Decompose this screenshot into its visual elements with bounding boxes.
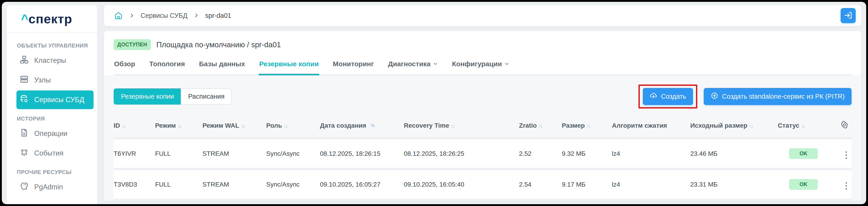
sort-icon: ↑↓ xyxy=(241,123,244,128)
column-header-wal-mode[interactable]: Режим WAL↑↓ xyxy=(203,117,266,137)
plus-circle-icon xyxy=(711,92,718,101)
tab-backups[interactable]: Резервные копии xyxy=(259,59,319,76)
login-button[interactable] xyxy=(841,8,856,23)
pgadmin-elephant-icon xyxy=(20,182,29,193)
logo-caret-icon: ^ xyxy=(21,11,29,26)
breadcrumb: Сервисы СУБД spr-da01 xyxy=(114,11,841,20)
tab-label: Диагностика xyxy=(388,60,431,68)
column-header-original-size[interactable]: Исходный размер↑↓ xyxy=(690,117,778,137)
sidebar-item-db-services[interactable]: Сервисы СУБД xyxy=(17,90,94,109)
sidebar-item-nodes[interactable]: Узлы xyxy=(17,71,94,90)
server-nodes-icon xyxy=(20,75,29,86)
logo-text: спектр xyxy=(29,11,72,26)
sort-icon: ↑↓ xyxy=(749,123,752,128)
chevron-right-icon xyxy=(129,12,135,19)
sidebar-item-label: Операции xyxy=(34,129,67,138)
column-header-size[interactable]: Размер↑↓ xyxy=(562,117,612,137)
cluster-icon xyxy=(20,55,29,66)
sidebar-item-operations[interactable]: Операции xyxy=(17,124,94,143)
cell-role: Sync/Async xyxy=(266,199,320,201)
breadcrumb-item-db-services[interactable]: Сервисы СУБД xyxy=(141,12,187,20)
cell-id: T3V8D3 xyxy=(114,168,155,199)
tab-topology[interactable]: Топология xyxy=(149,59,185,76)
row-kebab-menu-icon[interactable] xyxy=(843,150,849,160)
cell-mode: FULL xyxy=(155,137,203,168)
tab-label: Резервные копии xyxy=(259,60,319,68)
create-standalone-pitr-button[interactable]: Создать standalone-сервис из РК (PITR) xyxy=(704,88,851,105)
tab-configurations[interactable]: Конфигурации xyxy=(452,59,510,76)
cell-created: 09.10.2025, 16:05:27 xyxy=(320,168,404,199)
sidebar-menu: ОБЪЕКТЫ УПРАВЛЕНИЯ Кластеры Узлы Сервисы… xyxy=(7,33,97,197)
tab-bar: Обзор Топология Базы данных Резервные ко… xyxy=(114,59,851,76)
cell-role: Sync/Async xyxy=(266,137,320,168)
cell-actions xyxy=(831,199,851,201)
sort-icon: ↑↓ xyxy=(451,123,454,128)
page-title: Площадка по-умолчанию / spr-da01 xyxy=(156,40,281,49)
cell-wal-mode: STREAM xyxy=(203,199,266,201)
cell-wal-mode: STREAM xyxy=(203,137,266,168)
sort-icon: ↑↓ xyxy=(538,123,542,128)
tab-databases[interactable]: Базы данных xyxy=(198,59,246,76)
toggle-backups-button[interactable]: Резервные копии xyxy=(114,88,181,105)
backups-table: ID↑↓ Режим↑↓ Режим WAL↑↓ Роль↑↓ Дата соз… xyxy=(114,117,851,201)
cell-zratio: 2.52 xyxy=(519,137,562,168)
cell-original-size: 23.31 МБ xyxy=(690,168,778,199)
home-icon[interactable] xyxy=(114,11,123,20)
cell-status: OK xyxy=(778,168,831,199)
status-ok-badge: OK xyxy=(789,179,818,190)
create-backup-button[interactable]: Создать xyxy=(643,88,693,105)
sidebar-item-label: Узлы xyxy=(34,76,51,84)
toolbar: Резервные копии Расписания Создать xyxy=(114,85,851,109)
content-card: ДОСТУПЕН Площадка по-умолчанию / spr-da0… xyxy=(104,31,861,201)
tab-overview[interactable]: Обзор xyxy=(114,59,135,76)
cell-recovery-time: 08.10.2025, 07:44:42 xyxy=(404,199,519,201)
column-header-mode[interactable]: Режим↑↓ xyxy=(155,117,203,137)
cell-id: T6YIVR xyxy=(114,137,155,168)
column-header-id[interactable]: ID↑↓ xyxy=(114,117,155,137)
table-row: T6YIVR FULL STREAM Sync/Async 08.12.2025… xyxy=(114,137,851,168)
document-icon xyxy=(20,128,29,139)
cell-recovery-time: 09.10.2025, 16:05:40 xyxy=(404,168,519,199)
table-row: T3T4J0 FULL STREAM Sync/Async 08.10.2025… xyxy=(114,199,851,201)
column-settings xyxy=(831,117,851,137)
cell-zratio: 2.54 xyxy=(519,199,562,201)
column-header-zratio[interactable]: Zratio↑↓ xyxy=(519,117,562,137)
column-header-created[interactable]: Дата создания xyxy=(320,117,404,137)
table-settings-gear-icon[interactable] xyxy=(840,121,849,129)
sidebar-item-pgadmin[interactable]: PgAdmin xyxy=(17,178,94,197)
chevron-right-icon xyxy=(193,12,199,19)
column-header-role[interactable]: Роль↑↓ xyxy=(266,117,320,137)
login-icon xyxy=(844,11,852,20)
cell-size: 9.17 МБ xyxy=(562,199,612,201)
tab-diagnostics[interactable]: Диагностика xyxy=(388,59,438,76)
sidebar-section-objects: ОБЪЕКТЫ УПРАВЛЕНИЯ xyxy=(17,42,94,49)
column-header-recovery-time[interactable]: Recovery Time↑↓ xyxy=(404,117,519,137)
cell-id: T3T4J0 xyxy=(114,199,155,201)
tab-monitoring[interactable]: Мониторинг xyxy=(333,59,374,76)
app-logo[interactable]: ^спектр xyxy=(7,5,97,33)
cell-compression: lz4 xyxy=(612,168,690,199)
chevron-down-icon xyxy=(504,60,509,68)
tab-label: Топология xyxy=(149,60,185,68)
sidebar-item-clusters[interactable]: Кластеры xyxy=(17,51,94,70)
tab-label: Базы данных xyxy=(199,60,245,68)
cell-original-size: 23.46 МБ xyxy=(690,137,778,168)
cell-zratio: 2.54 xyxy=(519,168,562,199)
create-standalone-pitr-label: Создать standalone-сервис из РК (PITR) xyxy=(722,93,845,100)
view-toggle: Резервные копии Расписания xyxy=(114,88,232,105)
sidebar-item-label: Сервисы СУБД xyxy=(34,96,84,104)
sort-icon: ↑↓ xyxy=(122,123,125,128)
toggle-schedules-button[interactable]: Расписания xyxy=(181,88,231,105)
column-header-compression: Алгоритм сжатия xyxy=(612,117,690,137)
row-kebab-menu-icon[interactable] xyxy=(843,181,849,191)
annotation-highlight-box: Создать xyxy=(639,85,697,109)
cell-created: 08.10.2025, 12:47:24 xyxy=(320,199,404,201)
column-header-status[interactable]: Статус↑↓ xyxy=(778,117,831,137)
sidebar-item-events[interactable]: События xyxy=(17,144,94,163)
tab-label: Конфигурации xyxy=(452,60,502,68)
backups-panel: Резервные копии Расписания Создать xyxy=(104,76,861,201)
breadcrumb-item-current: spr-da01 xyxy=(205,12,231,20)
sort-icon: ↑↓ xyxy=(801,123,805,128)
cell-status: OK xyxy=(778,137,831,168)
database-gear-icon xyxy=(20,94,29,105)
